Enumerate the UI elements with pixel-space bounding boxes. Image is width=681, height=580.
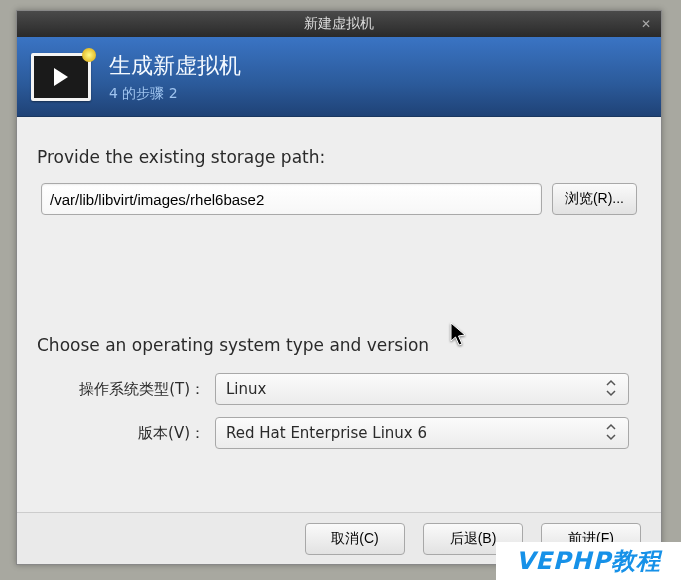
banner-title: 生成新虚拟机	[109, 51, 241, 81]
os-version-value: Red Hat Enterprise Linux 6	[226, 424, 427, 442]
os-version-combobox[interactable]: Red Hat Enterprise Linux 6	[215, 417, 629, 449]
dialog-content: Provide the existing storage path: 浏览(R)…	[17, 117, 661, 471]
storage-path-input[interactable]	[41, 183, 542, 215]
watermark-label: VEPHP教程	[496, 542, 681, 580]
window-title: 新建虚拟机	[17, 15, 661, 33]
dialog-window: 新建虚拟机 ✕ 生成新虚拟机 4 的步骤 2 Provide the exist…	[16, 10, 662, 565]
updown-icon	[606, 423, 620, 441]
updown-icon	[606, 379, 620, 397]
cancel-button[interactable]: 取消(C)	[305, 523, 405, 555]
os-type-value: Linux	[226, 380, 266, 398]
wizard-banner: 生成新虚拟机 4 的步骤 2	[17, 37, 661, 117]
banner-step: 4 的步骤 2	[109, 85, 241, 103]
close-icon[interactable]: ✕	[641, 17, 651, 31]
vm-monitor-icon	[31, 53, 91, 101]
os-version-label: 版本(V)：	[65, 424, 215, 443]
os-heading: Choose an operating system type and vers…	[37, 335, 641, 355]
os-type-combobox[interactable]: Linux	[215, 373, 629, 405]
titlebar[interactable]: 新建虚拟机 ✕	[17, 11, 661, 37]
storage-heading: Provide the existing storage path:	[37, 147, 641, 167]
browse-button[interactable]: 浏览(R)...	[552, 183, 637, 215]
os-type-label: 操作系统类型(T)：	[65, 380, 215, 399]
